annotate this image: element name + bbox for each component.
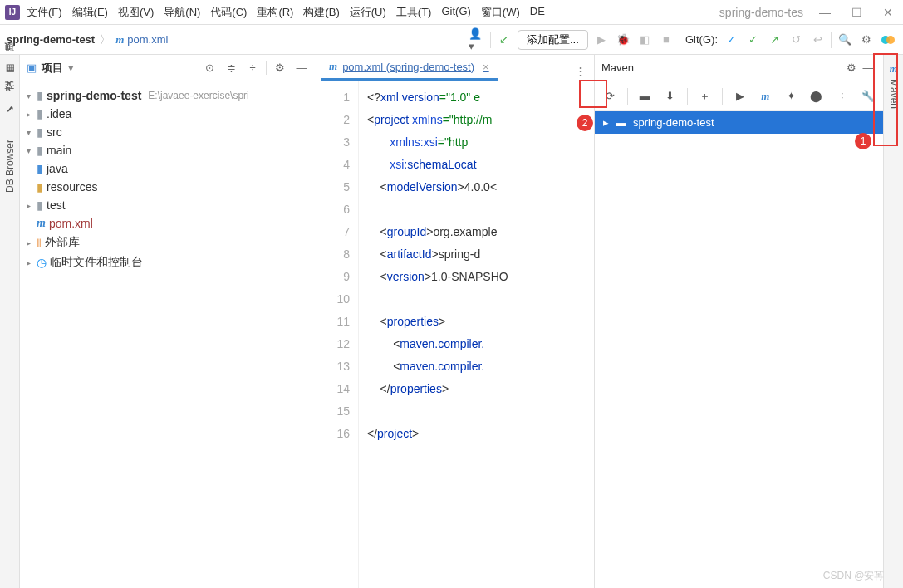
callout-box-2 bbox=[579, 80, 607, 108]
title-bar: IJ 文件(F) 编辑(E) 视图(V) 导航(N) 代码(C) 重构(R) 构… bbox=[0, 0, 903, 25]
tree-idea[interactable]: ▸▮.idea bbox=[23, 105, 313, 123]
menu-build[interactable]: 构建(B) bbox=[303, 5, 339, 20]
toolbox-icon[interactable] bbox=[880, 32, 896, 48]
breadcrumb-file[interactable]: mpom.xml bbox=[115, 33, 168, 47]
left-tool-strip: ▦项目 ✔提交 DB Browser bbox=[0, 55, 20, 588]
breadcrumb-project[interactable]: spring-demo-test bbox=[7, 33, 95, 46]
main-menu: 文件(F) 编辑(E) 视图(V) 导航(N) 代码(C) 重构(R) 构建(B… bbox=[27, 5, 719, 20]
coverage-icon[interactable]: ◧ bbox=[636, 32, 653, 48]
locate-icon[interactable]: ⊙ bbox=[201, 60, 218, 76]
tree-pom[interactable]: mpom.xml bbox=[23, 214, 313, 233]
git-commit-icon[interactable]: ✓ bbox=[744, 32, 761, 48]
maven-offline-icon[interactable]: ✦ bbox=[783, 87, 800, 105]
minimize-button[interactable]: — bbox=[815, 6, 835, 19]
left-tab-project[interactable]: ▦项目 bbox=[2, 60, 17, 75]
close-button[interactable]: ✕ bbox=[878, 6, 898, 19]
hide-icon[interactable]: — bbox=[293, 60, 310, 76]
tab-label: pom.xml (spring-demo-test) bbox=[342, 61, 474, 73]
run-config-button[interactable]: 添加配置... bbox=[518, 30, 588, 50]
tree-root[interactable]: ▾▮spring-demo-testE:\javaee-exercise\spr… bbox=[23, 86, 313, 105]
tree-java[interactable]: ▮java bbox=[23, 159, 313, 178]
maven-collapse-icon[interactable]: ÷ bbox=[833, 87, 851, 105]
maven-panel: Maven ⚙ — ⟳ ▬ ⬇ ＋ ▶ m ✦ ⬤ ÷ 🔧 ▸ ▬ spring… bbox=[594, 55, 883, 588]
menu-de[interactable]: DE bbox=[530, 5, 545, 20]
maven-m-icon[interactable]: m bbox=[757, 87, 774, 105]
left-tab-db[interactable]: DB Browser bbox=[4, 140, 16, 193]
collapse-icon[interactable]: ÷ bbox=[244, 60, 261, 76]
watermark: CSDN @安苒_ bbox=[823, 569, 890, 583]
breadcrumb-sep: 〉 bbox=[100, 32, 110, 47]
options-icon[interactable]: ⚙ bbox=[272, 60, 288, 76]
callout-box-1 bbox=[873, 53, 898, 146]
project-icon: ▣ bbox=[27, 61, 37, 74]
tab-more-icon[interactable]: ⋮ bbox=[567, 61, 594, 81]
callout-badge-1: 1 bbox=[855, 133, 871, 149]
settings-icon[interactable]: ⚙ bbox=[858, 32, 875, 48]
project-panel-title: 项目 ▾ bbox=[42, 61, 196, 76]
editor-content[interactable]: <?xml version="1.0" e<project xmlns="htt… bbox=[359, 81, 508, 588]
debug-icon[interactable]: 🐞 bbox=[615, 32, 631, 48]
tree-external[interactable]: ▸⦀外部库 bbox=[23, 233, 313, 252]
breadcrumb-file-label: pom.xml bbox=[127, 33, 168, 46]
search-icon[interactable]: 🔍 bbox=[837, 32, 853, 48]
expand-icon[interactable]: ≑ bbox=[223, 60, 239, 76]
left-tab-commit[interactable]: ✔提交 bbox=[2, 100, 17, 115]
menu-file[interactable]: 文件(F) bbox=[27, 5, 62, 20]
maven-add-icon[interactable]: ＋ bbox=[696, 87, 714, 105]
git-update-icon[interactable]: ✓ bbox=[723, 32, 739, 48]
maven-panel-header: Maven ⚙ — bbox=[595, 55, 883, 81]
tree-test[interactable]: ▸▮test bbox=[23, 196, 313, 214]
menu-view[interactable]: 视图(V) bbox=[118, 5, 154, 20]
maven-toolbar: ⟳ ▬ ⬇ ＋ ▶ m ✦ ⬤ ÷ 🔧 bbox=[595, 81, 883, 111]
menu-git[interactable]: Git(G) bbox=[441, 5, 470, 20]
maven-download-icon[interactable]: ⬇ bbox=[662, 87, 680, 105]
editor-tabs: mpom.xml (spring-demo-test)× ⋮ bbox=[317, 55, 594, 81]
editor-area: mpom.xml (spring-demo-test)× ⋮ 123456789… bbox=[317, 55, 594, 588]
git-history-icon[interactable]: ↺ bbox=[788, 32, 804, 48]
tree-src[interactable]: ▾▮src bbox=[23, 123, 313, 141]
toolbar-row: spring-demo-test 〉 mpom.xml 👤▾ ↙ 添加配置...… bbox=[0, 25, 903, 55]
app-logo-icon: IJ bbox=[5, 5, 20, 20]
maven-file-icon: m bbox=[329, 60, 337, 73]
project-panel: ▣ 项目 ▾ ⊙ ≑ ÷ ⚙ — ▾▮spring-demo-testE:\ja… bbox=[20, 55, 317, 588]
user-icon[interactable]: 👤▾ bbox=[469, 32, 485, 48]
run-icon[interactable]: ▶ bbox=[593, 32, 610, 48]
menu-nav[interactable]: 导航(N) bbox=[164, 5, 200, 20]
tab-close-icon[interactable]: × bbox=[483, 61, 489, 73]
git-rollback-icon[interactable]: ↩ bbox=[809, 32, 826, 48]
tree-resources[interactable]: ▮resources bbox=[23, 178, 313, 196]
stop-icon[interactable]: ■ bbox=[658, 32, 675, 48]
maven-generate-icon[interactable]: ▬ bbox=[636, 87, 654, 105]
maven-project-label: spring-demo-test bbox=[633, 116, 714, 129]
callout-badge-2: 2 bbox=[577, 115, 593, 131]
maven-run-icon[interactable]: ▶ bbox=[731, 87, 748, 105]
menu-edit[interactable]: 编辑(E) bbox=[72, 5, 108, 20]
maven-tree: ▸ ▬ spring-demo-test bbox=[595, 111, 883, 134]
project-tree: ▾▮spring-demo-testE:\javaee-exercise\spr… bbox=[20, 81, 317, 277]
window-title: spring-demo-tes bbox=[719, 6, 803, 19]
menu-window[interactable]: 窗口(W) bbox=[481, 5, 520, 20]
maven-file-icon: m bbox=[115, 33, 124, 47]
menu-tools[interactable]: 工具(T) bbox=[396, 5, 432, 20]
tree-scratch[interactable]: ▸◷临时文件和控制台 bbox=[23, 252, 313, 272]
maven-project-item[interactable]: ▸ ▬ spring-demo-test bbox=[595, 111, 883, 134]
maximize-button[interactable]: ☐ bbox=[847, 6, 866, 19]
maven-module-icon: ▬ bbox=[616, 116, 626, 129]
svg-point-1 bbox=[886, 36, 895, 44]
maven-panel-title: Maven bbox=[601, 61, 843, 74]
git-push-icon[interactable]: ↗ bbox=[766, 32, 783, 48]
back-arrow-icon[interactable]: ↙ bbox=[496, 32, 513, 48]
menu-code[interactable]: 代码(C) bbox=[210, 5, 247, 20]
menu-refactor[interactable]: 重构(R) bbox=[257, 5, 293, 20]
maven-skip-tests-icon[interactable]: ⬤ bbox=[808, 87, 826, 105]
menu-run[interactable]: 运行(U) bbox=[350, 5, 386, 20]
chevron-right-icon: ▸ bbox=[603, 116, 609, 129]
project-panel-header: ▣ 项目 ▾ ⊙ ≑ ÷ ⚙ — bbox=[20, 55, 317, 81]
editor-gutter: 12345678910111213141516 bbox=[317, 81, 359, 588]
tab-pom[interactable]: mpom.xml (spring-demo-test)× bbox=[321, 55, 498, 81]
git-label: Git(G): bbox=[685, 33, 718, 46]
tree-main[interactable]: ▾▮main bbox=[23, 141, 313, 159]
maven-settings-icon[interactable]: ⚙ bbox=[843, 60, 860, 76]
